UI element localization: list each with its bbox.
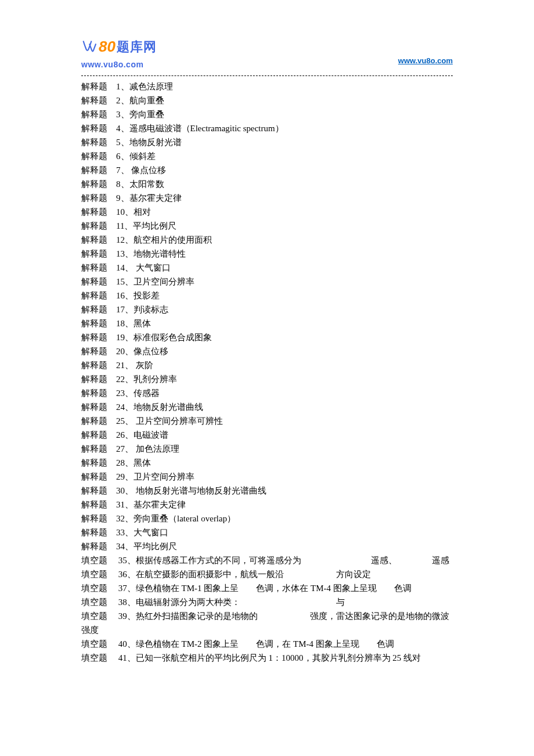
explain-line: 解释题 4、遥感电磁波谱（Electramagitic spectrum） bbox=[81, 121, 453, 135]
logo-number: 80 bbox=[99, 35, 116, 59]
question-content: 3、旁向重叠 bbox=[107, 107, 164, 121]
question-type-label: 解释题 bbox=[81, 316, 107, 330]
question-type-label: 解释题 bbox=[81, 275, 107, 289]
question-type-label: 解释题 bbox=[81, 358, 107, 372]
question-type-label: 解释题 bbox=[81, 386, 107, 400]
explain-line: 解释题 6、倾斜差 bbox=[81, 149, 453, 163]
explain-line: 解释题 18、黑体 bbox=[81, 316, 453, 330]
question-content: 32、旁向重叠（lateral overlap） bbox=[107, 512, 236, 525]
question-type-label: 解释题 bbox=[81, 261, 107, 275]
fill-line: 填空题 37、绿色植物在 TM-1 图象上呈 色调，水体在 TM-4 图象上呈现… bbox=[81, 581, 453, 595]
question-type-label: 解释题 bbox=[81, 442, 107, 456]
question-type-label: 解释题 bbox=[81, 247, 107, 261]
explain-line: 解释题 20、像点位移 bbox=[81, 344, 453, 358]
question-type-label: 解释题 bbox=[81, 135, 107, 149]
explain-line: 解释题 19、标准假彩色合成图象 bbox=[81, 330, 453, 344]
question-type-label: 解释题 bbox=[81, 456, 107, 470]
explain-line: 解释题 13、地物光谱特性 bbox=[81, 247, 453, 261]
explain-line: 解释题 31、基尔霍夫定律 bbox=[81, 498, 453, 512]
explain-line: 解释题 28、黑体 bbox=[81, 456, 453, 470]
explain-line: 解释题 15、卫片空间分辨率 bbox=[81, 275, 453, 289]
explain-line: 解释题 26、电磁波谱 bbox=[81, 428, 453, 442]
question-content: 17、判读标志 bbox=[107, 303, 168, 316]
question-content: 14、 大气窗口 bbox=[107, 261, 171, 275]
question-type-label: 解释题 bbox=[81, 219, 107, 233]
explain-line: 解释题 11、平均比例尺 bbox=[81, 219, 453, 233]
question-content: 23、传感器 bbox=[107, 386, 160, 400]
question-content: 10、相对 bbox=[107, 205, 151, 219]
question-type-label: 解释题 bbox=[81, 372, 107, 386]
logo-chinese-text: 题库网 bbox=[117, 37, 157, 57]
explain-line: 解释题 29、卫片空间分辨率 bbox=[81, 470, 453, 484]
explain-line: 解释题 25、 卫片空间分辨率可辨性 bbox=[81, 414, 453, 428]
explain-line: 解释题 2、航向重叠 bbox=[81, 93, 453, 107]
question-content: 2、航向重叠 bbox=[107, 93, 164, 107]
explain-line: 解释题 7、 像点位移 bbox=[81, 163, 453, 177]
explain-line: 解释题 30、 地物反射光谱与地物反射光谱曲线 bbox=[81, 484, 453, 498]
question-content: 33、大气窗口 bbox=[107, 525, 168, 539]
logo-top-row: 80 题库网 bbox=[81, 35, 157, 59]
explain-line: 解释题 17、判读标志 bbox=[81, 303, 453, 316]
question-type-label: 解释题 bbox=[81, 539, 107, 553]
fill-question-list: 填空题 35、根据传感器工作方式的不同，可将遥感分为 遥感、 遥感填空题 36、… bbox=[81, 553, 453, 665]
question-type-label: 解释题 bbox=[81, 80, 107, 93]
fill-line: 填空题 41、已知一张航空相片的平均比例尺为 1：10000，其胶片乳剂分辨率为… bbox=[81, 651, 453, 665]
question-content: 34、平均比例尺 bbox=[107, 539, 177, 553]
question-type-label: 解释题 bbox=[81, 303, 107, 316]
question-type-label: 解释题 bbox=[81, 177, 107, 191]
explain-line: 解释题 24、地物反射光谱曲线 bbox=[81, 400, 453, 414]
question-content: 27、 加色法原理 bbox=[107, 442, 179, 456]
question-content: 4、遥感电磁波谱（Electramagitic spectrum） bbox=[107, 121, 284, 135]
question-content: 18、黑体 bbox=[107, 316, 151, 330]
question-type-label: 解释题 bbox=[81, 400, 107, 414]
explain-line: 解释题 9、基尔霍夫定律 bbox=[81, 191, 453, 205]
question-type-label: 解释题 bbox=[81, 289, 107, 303]
question-type-label: 解释题 bbox=[81, 93, 107, 107]
question-content: 26、电磁波谱 bbox=[107, 428, 168, 442]
question-content: 7、 像点位移 bbox=[107, 163, 166, 177]
explain-line: 解释题 1、减色法原理 bbox=[81, 80, 453, 93]
question-type-label: 解释题 bbox=[81, 344, 107, 358]
question-type-label: 解释题 bbox=[81, 233, 107, 247]
fill-line: 填空题 36、在航空摄影的面积摄影中，航线一般沿 方向设定 bbox=[81, 567, 453, 581]
explain-line: 解释题 10、相对 bbox=[81, 205, 453, 219]
question-content: 9、基尔霍夫定律 bbox=[107, 191, 182, 205]
question-type-label: 解释题 bbox=[81, 470, 107, 484]
explain-line: 解释题 33、大气窗口 bbox=[81, 525, 453, 539]
question-type-label: 解释题 bbox=[81, 107, 107, 121]
question-content: 12、航空相片的使用面积 bbox=[107, 233, 212, 247]
question-content: 21、 灰阶 bbox=[107, 358, 153, 372]
question-type-label: 解释题 bbox=[81, 428, 107, 442]
question-type-label: 解释题 bbox=[81, 525, 107, 539]
logo-icon bbox=[81, 39, 98, 55]
explain-line: 解释题 32、旁向重叠（lateral overlap） bbox=[81, 512, 453, 525]
question-content: 11、平均比例尺 bbox=[107, 219, 176, 233]
question-content: 29、卫片空间分辨率 bbox=[107, 470, 194, 484]
question-type-label: 解释题 bbox=[81, 414, 107, 428]
header-link[interactable]: www.vu8o.com bbox=[398, 55, 453, 67]
explain-line: 解释题 3、旁向重叠 bbox=[81, 107, 453, 121]
question-content: 22、乳剂分辨率 bbox=[107, 372, 177, 386]
question-type-label: 解释题 bbox=[81, 205, 107, 219]
explain-line: 解释题 21、 灰阶 bbox=[81, 358, 453, 372]
question-content: 15、卫片空间分辨率 bbox=[107, 275, 194, 289]
fill-line: 填空题 38、电磁辐射源分为两大种类： 与 bbox=[81, 595, 453, 609]
fill-line: 填空题 39、热红外扫描图象记录的是地物的 强度，雷达图象记录的是地物的微波 强… bbox=[81, 609, 453, 637]
explain-line: 解释题 12、航空相片的使用面积 bbox=[81, 233, 453, 247]
question-content: 19、标准假彩色合成图象 bbox=[107, 330, 212, 344]
explain-line: 解释题 8、太阳常数 bbox=[81, 177, 453, 191]
question-type-label: 解释题 bbox=[81, 330, 107, 344]
explain-line: 解释题 34、平均比例尺 bbox=[81, 539, 453, 553]
fill-line: 填空题 35、根据传感器工作方式的不同，可将遥感分为 遥感、 遥感 bbox=[81, 553, 453, 567]
explain-line: 解释题 5、地物反射光谱 bbox=[81, 135, 453, 149]
question-content: 8、太阳常数 bbox=[107, 177, 164, 191]
page-header: 80 题库网 www.vu8o.com www.vu8o.com bbox=[81, 35, 453, 71]
explain-line: 解释题 16、投影差 bbox=[81, 289, 453, 303]
question-content: 16、投影差 bbox=[107, 289, 160, 303]
question-content: 28、黑体 bbox=[107, 456, 151, 470]
question-content: 20、像点位移 bbox=[107, 344, 168, 358]
question-content: 6、倾斜差 bbox=[107, 149, 156, 163]
question-type-label: 解释题 bbox=[81, 498, 107, 512]
explain-question-list: 解释题 1、减色法原理解释题 2、航向重叠解释题 3、旁向重叠解释题 4、遥感电… bbox=[81, 80, 453, 553]
explain-line: 解释题 22、乳剂分辨率 bbox=[81, 372, 453, 386]
